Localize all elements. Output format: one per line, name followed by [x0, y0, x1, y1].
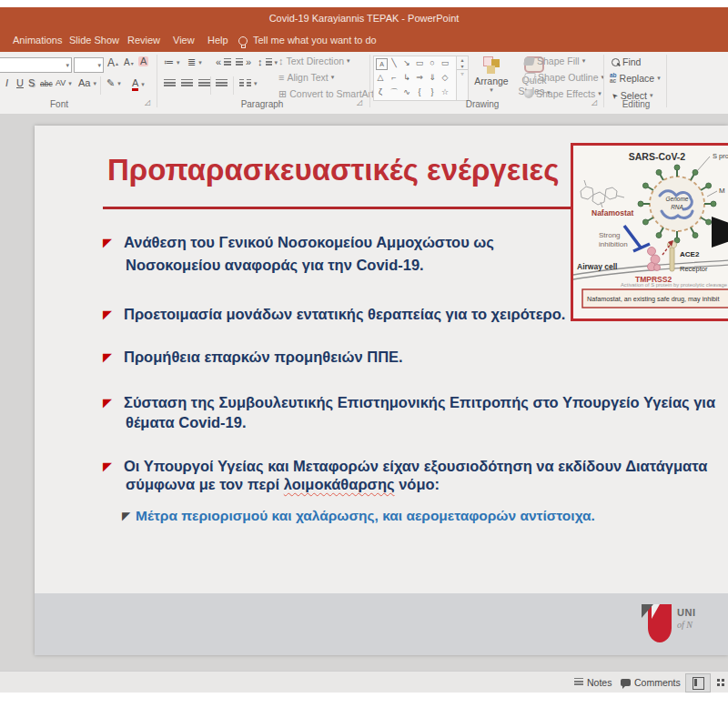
normal-view-button[interactable] — [685, 673, 711, 693]
grow-font-button[interactable]: A▴ — [107, 57, 118, 68]
align-center-button[interactable] — [181, 79, 193, 88]
underline-button[interactable]: U — [16, 78, 24, 88]
font-name-combobox[interactable]: ▾ — [0, 57, 72, 73]
strikethrough-button[interactable]: abc — [40, 80, 53, 88]
bullet-text[interactable]: θέματα Covid-19. — [126, 414, 247, 431]
slide-title[interactable]: Προπαρασκευαστικές ενέργειες — [107, 153, 559, 187]
text-box-shape-icon[interactable]: A — [376, 58, 388, 70]
shape-fill-button[interactable]: Shape Fill ▾ — [524, 56, 585, 66]
chevron-down-icon: ▾ — [582, 57, 586, 65]
columns-button[interactable]: ▾ — [239, 79, 258, 88]
nafamostat-label: Nafamostat — [592, 208, 633, 217]
scroll-down-icon[interactable]: ▾ — [457, 63, 468, 69]
change-case-button[interactable]: Aa ▾ — [78, 78, 96, 88]
slide-workspace: Προπαρασκευαστικές ενέργειες ◤ Ανάθεση τ… — [0, 114, 728, 671]
rounded-rectangle-shape-icon[interactable]: ▭ — [439, 56, 451, 70]
tell-me-box[interactable]: Tell me what you want to do — [238, 29, 377, 52]
virus-diagram: SARS-CoV-2 S protein M Genome RNA Nafamo… — [573, 146, 728, 313]
spellcheck-word: λοιμοκάθαρσης — [284, 476, 395, 492]
chevron-down-icon: ▾ — [254, 80, 258, 87]
bullet-text[interactable]: Οι Υπουργοί Υγείας και Μεταφορών είχαν ε… — [124, 458, 707, 475]
notes-button[interactable]: Notes — [574, 672, 612, 693]
text-shadow-button[interactable]: S — [28, 78, 35, 88]
justify-button[interactable] — [216, 79, 228, 88]
nafamostat-structure — [581, 180, 624, 207]
ace2-receptor-stalk — [670, 248, 674, 271]
genome-label: Genome — [666, 196, 689, 202]
chevron-down-icon: ▾ — [598, 90, 602, 97]
drawing-dialog-launcher[interactable]: ◿ — [592, 98, 597, 106]
down-arrow-shape-icon[interactable]: ⇓ — [426, 71, 439, 85]
right-brace-shape-icon[interactable]: } — [426, 86, 439, 99]
rectangle-shape-icon[interactable]: ▭ — [413, 56, 426, 70]
bullets-button[interactable]: ≔ ▾ — [164, 57, 180, 67]
font-color-button[interactable]: A ▾ — [132, 78, 145, 91]
align-left-button[interactable] — [164, 79, 176, 88]
convert-to-smartart-button[interactable]: ⊞ Convert to SmartArt ▾ — [278, 88, 380, 99]
align-text-button[interactable]: ≡ Align Text ▾ — [278, 72, 334, 83]
bullet-text[interactable]: Προμήθεια επαρκών προμηθειών ΠΠΕ. — [124, 349, 403, 366]
tab-slide-show[interactable]: Slide Show — [69, 29, 119, 52]
elbow-connector-icon[interactable]: ⌐ — [388, 71, 400, 85]
normal-view-icon — [693, 677, 704, 690]
triangle-shape-icon[interactable]: △ — [374, 71, 387, 85]
line-spacing-button[interactable]: ↕ ▾ — [258, 57, 278, 67]
curve-shape-icon[interactable]: ∿ — [400, 86, 413, 99]
slide-sorter-view-icon[interactable] — [717, 679, 720, 682]
shapes-gallery[interactable]: A ╲ ↘ ▭ ○ ▭ △ ⌐ ↳ ⇒ ⇓ ◇ ζ ⌒ ∿ { } ☆ — [373, 56, 457, 101]
shrink-font-button[interactable]: A▾ — [124, 58, 134, 67]
clear-formatting-button[interactable]: A — [138, 56, 148, 66]
font-size-combobox[interactable]: ▾ — [74, 57, 104, 73]
arc-shape-icon[interactable]: ⌒ — [388, 86, 400, 99]
scribble-shape-icon[interactable]: ζ — [374, 86, 387, 99]
tab-view[interactable]: View — [173, 29, 195, 52]
italic-button[interactable]: I — [5, 78, 8, 88]
bullet-text[interactable]: σύμφωνα με τον περί λοιμοκάθαρσης νόμο: — [126, 476, 440, 493]
find-button[interactable]: Find — [612, 56, 641, 67]
numbering-button[interactable]: ≣ ▾ — [187, 57, 202, 67]
text-direction-icon: ↕ — [278, 56, 284, 66]
tab-help[interactable]: Help — [207, 29, 228, 52]
right-arrow-shape-icon[interactable]: ⇒ — [413, 71, 426, 85]
paragraph-dialog-launcher[interactable]: ◿ — [357, 98, 362, 106]
tab-review[interactable]: Review — [127, 29, 160, 52]
arrow-shape-icon[interactable]: ↘ — [400, 56, 413, 70]
scroll-up-icon[interactable]: ▴ — [457, 56, 468, 63]
shape-outline-button[interactable]: Shape Outline ▾ — [524, 72, 604, 83]
decrease-indent-button[interactable]: « — [216, 57, 231, 67]
increase-indent-button[interactable]: » — [236, 57, 251, 67]
bullet-text[interactable]: Νοσοκομείου αναφοράς για την Covid-19. — [126, 257, 424, 274]
window-titlebar: Covid-19 Karayiannis TEPAK - PowerPoint — [0, 7, 728, 29]
tab-animations[interactable]: Animations — [13, 29, 62, 52]
shape-effects-button[interactable]: Shape Effects ▾ — [524, 88, 602, 99]
smartart-icon: ⊞ — [278, 89, 287, 99]
line-shape-icon[interactable]: ╲ — [388, 56, 400, 70]
notes-icon — [574, 678, 583, 686]
comments-button[interactable]: Comments — [621, 672, 681, 693]
arrange-button[interactable]: Arrange ▾ — [471, 56, 511, 94]
line-spacing-icon: ↕ — [258, 57, 263, 67]
star-shape-icon[interactable]: ☆ — [439, 86, 451, 99]
left-brace-shape-icon[interactable]: { — [413, 86, 426, 99]
bullet-text[interactable]: Προετοιμασία μονάδων εντατικής θεραπείας… — [124, 306, 565, 323]
sars-cov-2-figure[interactable]: SARS-CoV-2 S protein M Genome RNA Nafamo… — [571, 143, 728, 321]
shapes-gallery-scrollbar[interactable]: ▴ ▾ ▿ — [456, 56, 469, 101]
replace-button[interactable]: ab ac Replace ▾ — [610, 73, 661, 84]
font-dialog-launcher[interactable]: ◿ — [145, 98, 150, 106]
pentagon-shape-icon[interactable]: ◇ — [439, 71, 451, 85]
indent-decrease-icon: « — [216, 57, 221, 67]
figure-title: SARS-CoV-2 — [629, 151, 686, 162]
sub-bullet-text[interactable]: Μέτρα περιορισμού και χαλάρωσης, και αερ… — [136, 508, 595, 524]
bullet-icon: ◤ — [103, 308, 112, 320]
slide-canvas[interactable]: Προπαρασκευαστικές ενέργειες ◤ Ανάθεση τ… — [35, 126, 728, 655]
receptor-label: Receptor — [680, 265, 708, 273]
align-right-button[interactable] — [198, 79, 210, 88]
elbow-arrow-connector-icon[interactable]: ↳ — [400, 71, 413, 85]
bullet-text[interactable]: Σύσταση της Συμβουλευτικής Επιστημονικής… — [124, 394, 715, 411]
oval-shape-icon[interactable]: ○ — [426, 56, 439, 70]
text-direction-button[interactable]: ↕ Text Direction ▾ — [278, 56, 350, 66]
gallery-more-icon[interactable]: ▿ — [457, 69, 468, 76]
bullet-text[interactable]: Ανάθεση του Γενικού Νοσοκομείου Αμμοχώστ… — [124, 234, 494, 251]
highlight-button[interactable]: ✎ ▾ — [106, 78, 121, 88]
character-spacing-button[interactable]: AV ▾ — [56, 79, 72, 87]
